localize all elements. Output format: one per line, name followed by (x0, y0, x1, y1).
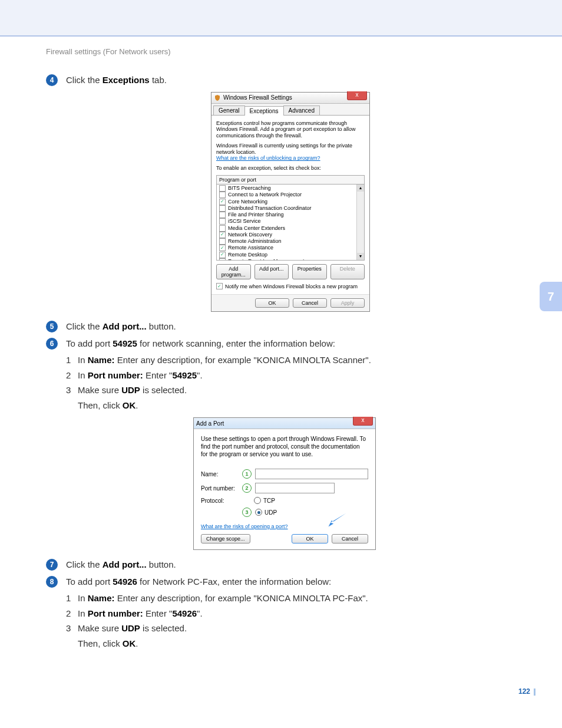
list-item-label: Connect to a Network Projector (228, 192, 302, 198)
shield-icon (214, 94, 221, 101)
apply-button[interactable]: Apply (330, 298, 365, 308)
list-item-label: Remote Event Log Management (228, 258, 305, 261)
checkbox[interactable] (219, 258, 226, 261)
step-bullet: 5 (46, 321, 58, 332)
tab-strip: General Exceptions Advanced (211, 104, 369, 116)
udp-radio[interactable] (255, 509, 262, 516)
list-header: Program or port (216, 175, 365, 185)
properties-button[interactable]: Properties (292, 264, 327, 279)
arrow-icon (326, 512, 347, 528)
add-port-button[interactable]: Add port... (254, 264, 289, 279)
step-bullet: 7 (46, 559, 58, 571)
list-item[interactable]: BITS Peercaching (218, 185, 363, 192)
list-item-label: Remote Administration (228, 238, 282, 245)
enable-label: To enable an exception, select its check… (216, 165, 365, 172)
port-input[interactable] (255, 483, 335, 493)
name-label: Name: (201, 471, 242, 477)
udp-label: UDP (265, 509, 277, 516)
delete-button[interactable]: Delete (330, 264, 365, 279)
tcp-label: TCP (263, 498, 275, 504)
checkbox[interactable] (219, 232, 226, 238)
checkbox[interactable] (219, 252, 226, 258)
notify-checkbox[interactable] (216, 283, 223, 289)
add-a-port-dialog: Add a Port x Use these settings to open … (193, 417, 376, 550)
scrollbar[interactable]: ▴ ▾ (356, 185, 364, 260)
scroll-down-icon[interactable]: ▾ (357, 253, 364, 260)
running-header: Firewall settings (For Network users) (46, 47, 538, 56)
checkbox[interactable] (219, 212, 226, 218)
cancel-button[interactable]: Cancel (332, 534, 368, 543)
step-5: 5 Click the Add port... button. (46, 320, 538, 334)
step-8: 8 To add port 54926 for Network PC-Fax, … (46, 575, 538, 589)
step-6: 6 To add port 54925 for network scanning… (46, 337, 538, 351)
close-button[interactable]: x (347, 91, 367, 100)
checkbox[interactable] (219, 199, 226, 205)
risks-link[interactable]: What are the risks of unblocking a progr… (216, 155, 320, 161)
change-scope-button[interactable]: Change scope... (201, 534, 250, 543)
step-bullet: 6 (46, 338, 58, 350)
list-item-label: Media Center Extenders (228, 225, 285, 232)
step-bullet: 4 (46, 74, 58, 86)
titlebar: Add a Port x (194, 418, 375, 429)
port-row: Port number: 2 (201, 483, 368, 493)
dialog-title: Windows Firewall Settings (223, 94, 292, 101)
scroll-up-icon[interactable]: ▴ (357, 185, 364, 192)
list-item[interactable]: Media Center Extenders (218, 225, 363, 232)
list-item-label: Distributed Transaction Coordinator (228, 205, 312, 212)
add-program-button[interactable]: Add program... (216, 264, 251, 279)
notify-checkbox-row[interactable]: Notify me when Windows Firewall blocks a… (216, 283, 365, 289)
checkbox[interactable] (219, 218, 226, 225)
checkbox[interactable] (219, 245, 226, 251)
notify-label: Notify me when Windows Firewall blocks a… (225, 284, 358, 289)
callout-1: 1 (242, 469, 252, 479)
checkbox[interactable] (219, 225, 226, 232)
callout-3: 3 (242, 508, 252, 517)
step-4: 4 Click the Exceptions tab. (46, 74, 538, 87)
list-item[interactable]: Core Networking (218, 199, 363, 205)
ok-button[interactable]: OK (292, 534, 328, 543)
dialog-description-2: Windows Firewall is currently using sett… (216, 143, 365, 162)
dialog-description: Exceptions control how programs communic… (216, 120, 365, 139)
checkbox[interactable] (219, 205, 226, 212)
cancel-button[interactable]: Cancel (293, 298, 327, 308)
titlebar: Windows Firewall Settings x (211, 93, 369, 104)
checkbox[interactable] (219, 238, 226, 245)
step-7: 7 Click the Add port... button. (46, 558, 538, 572)
name-row: Name: 1 (201, 469, 368, 479)
list-item[interactable]: Remote Desktop (218, 252, 363, 258)
list-item-label: Core Networking (228, 199, 267, 205)
checkbox[interactable] (219, 192, 226, 198)
list-item-label: Network Discovery (228, 232, 272, 238)
risks-link[interactable]: What are the risks of opening a port? (201, 523, 288, 529)
list-item[interactable]: Network Discovery (218, 232, 363, 238)
list-item[interactable]: Remote Assistance (218, 245, 363, 251)
protocol-label: Protocol: (201, 498, 242, 504)
list-item-label: Remote Desktop (228, 252, 267, 258)
list-item-label: BITS Peercaching (228, 185, 271, 192)
list-item[interactable]: Remote Administration (218, 238, 363, 245)
firewall-settings-dialog: Windows Firewall Settings x General Exce… (211, 92, 370, 312)
list-item[interactable]: Remote Event Log Management (218, 258, 363, 261)
dialog-description: Use these settings to open a port throug… (201, 435, 368, 458)
dialog-title: Add a Port (196, 420, 224, 427)
tcp-radio[interactable] (254, 497, 261, 504)
list-item-label: iSCSI Service (228, 218, 261, 225)
list-item[interactable]: Distributed Transaction Coordinator (218, 205, 363, 212)
list-item-label: File and Printer Sharing (228, 212, 284, 218)
close-button[interactable]: x (353, 417, 373, 426)
list-item[interactable]: Connect to a Network Projector (218, 192, 363, 198)
tab-advanced[interactable]: Advanced (283, 106, 320, 115)
tab-exceptions[interactable]: Exceptions (244, 106, 284, 116)
step-bullet: 8 (46, 576, 58, 588)
callout-2: 2 (242, 483, 252, 493)
port-label: Port number: (201, 485, 242, 492)
list-item[interactable]: File and Printer Sharing (218, 212, 363, 218)
exceptions-list[interactable]: BITS PeercachingConnect to a Network Pro… (216, 185, 365, 261)
list-item[interactable]: iSCSI Service (218, 218, 363, 225)
checkbox[interactable] (219, 185, 226, 192)
chapter-tab: 7 (540, 282, 562, 311)
ok-button[interactable]: OK (255, 298, 289, 308)
list-item-label: Remote Assistance (228, 245, 273, 251)
tab-general[interactable]: General (213, 106, 245, 115)
name-input[interactable] (255, 469, 368, 479)
